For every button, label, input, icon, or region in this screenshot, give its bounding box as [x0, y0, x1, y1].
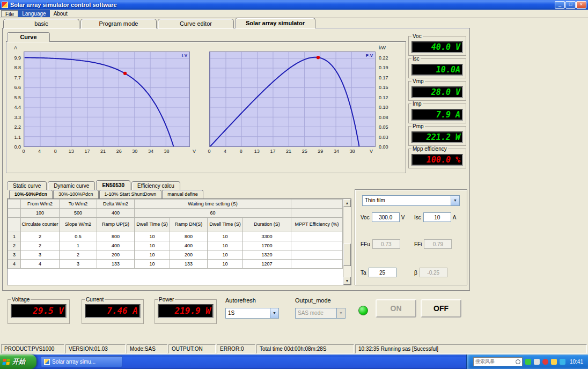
readout-imp: Imp 7.9 A: [408, 104, 466, 123]
table-cell[interactable]: 200: [97, 250, 135, 260]
table-cell[interactable]: 0.5: [60, 232, 97, 241]
table-cell[interactable]: [291, 250, 343, 260]
table-cell[interactable]: 3: [60, 260, 97, 269]
tray-messenger-icon[interactable]: [551, 359, 557, 365]
scroll-up-icon[interactable]: ▲: [343, 199, 351, 207]
table-cell[interactable]: 2: [60, 250, 97, 260]
tray-network-icon[interactable]: [560, 359, 565, 365]
table-cell[interactable]: 1320: [243, 250, 291, 260]
readout-value: 10.0A: [411, 64, 463, 76]
table-cell[interactable]: 1: [60, 241, 97, 250]
pv-corner-label: P-V: [366, 53, 373, 58]
current-display: 7.46 A: [85, 304, 141, 318]
value-delta[interactable]: 400: [97, 209, 135, 218]
x-tick-label: 4: [35, 149, 44, 154]
table-cell[interactable]: 1700: [243, 241, 291, 250]
tab-solar-array-simulator[interactable]: Solar array simulator: [235, 18, 315, 28]
value-waiting-time[interactable]: 60: [135, 209, 291, 218]
menu-about[interactable]: About: [50, 10, 71, 17]
table-cell[interactable]: 133: [170, 260, 208, 269]
start-button[interactable]: 开始: [0, 355, 36, 369]
table-row[interactable]: 22140010400101700: [8, 241, 343, 250]
tab-dynamic-curve[interactable]: Dynamic curve: [48, 181, 95, 190]
row-index-cell[interactable]: 4: [8, 260, 21, 269]
tab-en50530[interactable]: EN50530: [96, 180, 130, 190]
table-cell[interactable]: 3: [21, 250, 60, 260]
ta-input[interactable]: [369, 268, 396, 277]
table-cell[interactable]: 10: [135, 260, 170, 269]
voc-input[interactable]: [372, 212, 400, 222]
chevron-down-icon[interactable]: ▼: [451, 196, 459, 205]
subtab-30-100-pdcn[interactable]: 30%-100%Pdcn: [53, 190, 99, 198]
scrollbar-track[interactable]: [343, 207, 351, 277]
table-cell[interactable]: 2: [21, 232, 60, 241]
menu-language[interactable]: Language: [18, 10, 50, 17]
table-cell[interactable]: 3300: [243, 232, 291, 241]
readout-value: 221.2 W: [411, 131, 463, 143]
tab-curve-editor[interactable]: Curve editor: [158, 19, 234, 28]
table-cell[interactable]: [291, 232, 343, 241]
table-cell[interactable]: 10: [208, 250, 243, 260]
isc-input[interactable]: [423, 212, 451, 222]
close-button[interactable]: ×: [576, 1, 586, 9]
tray-search-input[interactable]: 搜索风暴: [473, 357, 523, 366]
table-row[interactable]: 44313310133101207: [8, 260, 343, 269]
field-isc: Isc A: [414, 212, 456, 222]
tray-antivirus-icon[interactable]: [542, 359, 548, 365]
table-cell[interactable]: [291, 241, 343, 250]
table-row[interactable]: 120.580010800103300: [8, 232, 343, 241]
x-tick-label: 0: [19, 149, 28, 154]
minimize-button[interactable]: _: [555, 1, 565, 9]
off-button[interactable]: OFF: [421, 299, 461, 318]
table-cell[interactable]: 10: [208, 260, 243, 269]
windows-logo-icon: [2, 359, 11, 365]
tab-static-curve[interactable]: Static curve: [7, 181, 47, 190]
table-cell[interactable]: 200: [170, 250, 208, 260]
tab-basic[interactable]: basic: [3, 19, 79, 28]
table-cell[interactable]: 2: [21, 241, 60, 250]
tab-efficiency-calcu[interactable]: Efficiency calcu: [131, 181, 180, 190]
ffi-label: FFi: [414, 241, 422, 247]
autorefresh-dropdown[interactable]: 1S ▼: [225, 308, 279, 319]
row-index-cell[interactable]: 2: [8, 241, 21, 250]
table-cell[interactable]: 1207: [243, 260, 291, 269]
value-to[interactable]: 500: [60, 209, 97, 218]
on-button[interactable]: ON: [376, 299, 416, 318]
table-cell[interactable]: 10: [135, 250, 170, 260]
subtab-manual-define[interactable]: manual define: [162, 190, 203, 198]
table-vertical-scrollbar[interactable]: ▲ ▼: [343, 199, 351, 285]
row-index-cell[interactable]: 3: [8, 250, 21, 260]
scroll-down-icon[interactable]: ▼: [343, 277, 351, 285]
table-cell[interactable]: 133: [97, 260, 135, 269]
tab-program-mode[interactable]: Program mode: [80, 19, 157, 28]
pv-y-axis-unit: kW: [379, 45, 386, 50]
tray-volume-icon[interactable]: [534, 359, 540, 365]
tab-curve[interactable]: Curve: [7, 32, 50, 42]
module-type-dropdown[interactable]: Thin film ▼: [362, 195, 460, 206]
taskbar-task-button[interactable]: Solar array simu...: [41, 356, 122, 367]
table-row[interactable]: 33220010200101320: [8, 250, 343, 260]
table-cell[interactable]: 10: [208, 241, 243, 250]
table-cell[interactable]: 800: [97, 232, 135, 241]
col-ramp-dn: Ramp DN(S): [170, 218, 208, 232]
table-cell[interactable]: 10: [135, 232, 170, 241]
table-cell[interactable]: 10: [208, 232, 243, 241]
chevron-down-icon[interactable]: ▼: [270, 308, 278, 318]
subtab-start-shutdown[interactable]: 1-10% Start ShuntDown: [99, 190, 162, 198]
subtab-10-50-pdcn[interactable]: 10%-50%Pdcn: [9, 190, 53, 198]
readout-label: Imp: [411, 101, 423, 107]
table-cell[interactable]: 800: [170, 232, 208, 241]
value-from[interactable]: 100: [21, 209, 60, 218]
table-cell[interactable]: [291, 260, 343, 269]
table-cell[interactable]: 4: [21, 260, 60, 269]
table-cell[interactable]: 400: [97, 241, 135, 250]
x-tick-label: 4: [221, 149, 230, 154]
row-index-cell[interactable]: 1: [8, 232, 21, 241]
iv-plot-area: I-V: [24, 51, 190, 147]
table-cell[interactable]: 10: [135, 241, 170, 250]
scrollbar-thumb[interactable]: [343, 243, 351, 266]
menu-file[interactable]: File: [1, 10, 18, 17]
tray-status-icon[interactable]: [525, 359, 531, 365]
maximize-button[interactable]: □: [565, 1, 576, 9]
table-cell[interactable]: 400: [170, 241, 208, 250]
